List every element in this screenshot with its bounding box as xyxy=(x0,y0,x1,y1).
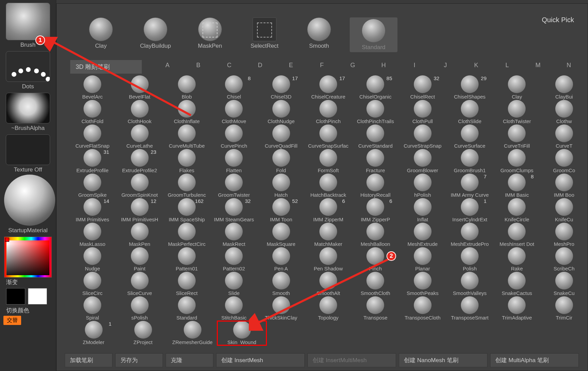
brush-historyrecall[interactable]: HistoryRecall xyxy=(352,174,399,198)
brush-extrudeprofile[interactable]: ExtrudeProfile31 xyxy=(69,149,116,174)
brush-masksquare[interactable]: MaskSquare xyxy=(257,223,304,247)
quickpick-smooth[interactable]: Smooth xyxy=(295,17,343,52)
quickpick-selectrect[interactable]: SelectRect xyxy=(241,17,288,52)
load-brush-button[interactable]: 加载笔刷 xyxy=(65,353,112,367)
brush-clay[interactable]: Clay xyxy=(493,75,540,100)
brush-curvequadfill[interactable]: CurveQuadFill xyxy=(257,124,304,149)
brush-clothslide[interactable]: ClothSlide xyxy=(446,100,493,124)
alpha-filter-j[interactable]: J xyxy=(430,62,461,69)
brush-groomclumps[interactable]: GroomClumps xyxy=(493,149,540,174)
brush-hatch[interactable]: Hatch xyxy=(257,174,304,198)
alpha-filter-c[interactable]: C xyxy=(214,62,245,69)
brush-transposesmart[interactable]: TransposeSmart xyxy=(446,296,493,321)
brush-meshballoon[interactable]: MeshBalloon xyxy=(352,223,399,247)
brush-chisel[interactable]: Chisel8 xyxy=(210,75,257,100)
brush-imm-primitivesh[interactable]: IMM PrimitivesH12 xyxy=(116,198,163,223)
brush-maskpen[interactable]: MaskPen xyxy=(116,223,163,247)
brush-formsoft[interactable]: FormSoft xyxy=(305,149,352,174)
texture-slot[interactable]: Texture Off xyxy=(4,134,52,173)
brush-maskperfectcirc[interactable]: MaskPerfectCirc xyxy=(163,223,210,247)
brush-clothpinchtrails[interactable]: ClothPinchTrails xyxy=(352,100,399,124)
brush-curveflatsnap[interactable]: CurveFlatSnap xyxy=(69,124,116,149)
swatch-black[interactable] xyxy=(6,288,25,305)
brush-hpolish[interactable]: hPolish xyxy=(399,174,446,198)
brush-chiselshapes[interactable]: ChiselShapes29 xyxy=(446,75,493,100)
create-multialpha-button[interactable]: 创建 MultiAlpha 笔刷 xyxy=(490,353,579,367)
brush-paint[interactable]: Paint xyxy=(116,247,163,272)
brush-clothtwister[interactable]: ClothTwister xyxy=(493,100,540,124)
brush-groomco[interactable]: GroomCo xyxy=(541,149,588,174)
brush-snakecactus[interactable]: SnakeCactus xyxy=(493,272,540,296)
brush-curvesnapsurfac[interactable]: CurveSnapSurfac xyxy=(305,124,352,149)
brush-chisel3d[interactable]: Chisel3D17 xyxy=(257,75,304,100)
quickpick-standard[interactable]: Standard xyxy=(350,17,397,52)
brush-nudge[interactable]: Nudge xyxy=(69,247,116,272)
brush-planar[interactable]: Planar xyxy=(399,247,446,272)
brush-claybui[interactable]: ClayBui xyxy=(541,75,588,100)
brush-slicecirc[interactable]: SliceCirc xyxy=(69,272,116,296)
brush-curvestandard[interactable]: CurveStandard xyxy=(352,124,399,149)
brush-groomspike[interactable]: GroomSpike xyxy=(69,174,116,198)
brush-clothmove[interactable]: ClothMove xyxy=(210,100,257,124)
brush-clothnudge[interactable]: ClothNudge xyxy=(257,100,304,124)
alpha-filter-g[interactable]: G xyxy=(337,62,368,69)
brush-imm-zipperm[interactable]: IMM ZipperM6 xyxy=(305,198,352,223)
brush-zproject[interactable]: ZProject xyxy=(118,321,168,345)
alpha-filter-e[interactable]: E xyxy=(275,62,306,69)
brush-standard[interactable]: Standard xyxy=(163,296,210,321)
brush-chiselrect[interactable]: ChiselRect32 xyxy=(399,75,446,100)
brush-imm-zipperp[interactable]: IMM ZipperP6 xyxy=(352,198,399,223)
brush-zremesherguide[interactable]: ZRemesherGuide xyxy=(168,321,217,345)
alpha-filter-k[interactable]: K xyxy=(461,62,492,69)
swatch-white[interactable] xyxy=(28,288,47,305)
alpha-filter-n[interactable]: N xyxy=(554,62,585,69)
brush-inflat[interactable]: Inflat xyxy=(399,198,446,223)
brush-fracture[interactable]: Fracture xyxy=(352,149,399,174)
alpha-filter-h[interactable]: H xyxy=(368,62,399,69)
brush-meshinsert-dot[interactable]: MeshInsert Dot xyxy=(493,223,540,247)
brush-masklasso[interactable]: MaskLasso xyxy=(69,223,116,247)
brush-slicecurve[interactable]: SliceCurve xyxy=(116,272,163,296)
alternate-button[interactable]: 交替 xyxy=(3,316,21,325)
brush-transposecloth[interactable]: TransposeCloth xyxy=(399,296,446,321)
color-picker[interactable] xyxy=(4,237,52,278)
brush-meshextrude[interactable]: MeshExtrude xyxy=(399,223,446,247)
material-slot[interactable]: StartupMaterial xyxy=(4,175,52,234)
brush-polish[interactable]: Polish xyxy=(446,247,493,272)
alpha-filter-f[interactable]: F xyxy=(306,62,337,69)
brush-insertcylndrext[interactable]: InsertCylndrExt1 xyxy=(446,198,493,223)
brush-knifecircle[interactable]: KnifeCircle xyxy=(493,198,540,223)
create-nanomesh-button[interactable]: 创建 NanoMesh 笔刷 xyxy=(399,353,487,367)
brush-imm-army-curve[interactable]: IMM Army Curve7 xyxy=(446,174,493,198)
brush-groomturbulenc[interactable]: GroomTurbulenc xyxy=(163,174,210,198)
brush-zmodeler[interactable]: ZModeler1 xyxy=(69,321,118,345)
brush-chiselcreature[interactable]: ChiselCreature17 xyxy=(305,75,352,100)
brush-slicerect[interactable]: SliceRect xyxy=(163,272,210,296)
brush-chiselorganic[interactable]: ChiselOrganic85 xyxy=(352,75,399,100)
brush-hatchbacktrack[interactable]: HatchBacktrack xyxy=(305,174,352,198)
brush-fold[interactable]: Fold xyxy=(257,149,304,174)
alpha-filter-d[interactable]: D xyxy=(245,62,276,69)
brush-imm-spaceship[interactable]: IMM SpaceShip162 xyxy=(163,198,210,223)
create-insertmultimesh-button[interactable]: 创建 InsertMultiMesh xyxy=(307,353,396,367)
brush-groomblower[interactable]: GroomBlower xyxy=(399,149,446,174)
brush-trimadaptive[interactable]: TrimAdaptive xyxy=(493,296,540,321)
brush-curvemultitube[interactable]: CurveMultiTube xyxy=(163,124,210,149)
brush-imm-steamgears[interactable]: IMM SteamGears32 xyxy=(210,198,257,223)
brush-imm-basic[interactable]: IMM Basic8 xyxy=(493,174,540,198)
brush-meshextrudepro[interactable]: MeshExtrudePro xyxy=(446,223,493,247)
alpha-filter-i[interactable]: I xyxy=(399,62,430,69)
brush-curvetrifill[interactable]: CurveTriFill xyxy=(493,124,540,149)
brush-imm-primitives[interactable]: IMM Primitives14 xyxy=(69,198,116,223)
brush-curvesurface[interactable]: CurveSurface xyxy=(446,124,493,149)
brush-flakes[interactable]: Flakes xyxy=(163,149,210,174)
brush-scribech[interactable]: ScribeCh xyxy=(541,247,588,272)
alpha-filter-m[interactable]: M xyxy=(523,62,554,69)
brush-imm-boo[interactable]: IMM Boo xyxy=(541,174,588,198)
brush-pattern01[interactable]: Pattern01 xyxy=(163,247,210,272)
brush-groombrush1[interactable]: GroomBrush1 xyxy=(446,149,493,174)
brush-snakecu[interactable]: SnakeCu xyxy=(541,272,588,296)
brush-groomspinknot[interactable]: GroomSpinKnot xyxy=(116,174,163,198)
brush-spolish[interactable]: sPolish xyxy=(116,296,163,321)
brush-meshpro[interactable]: MeshPro xyxy=(541,223,588,247)
